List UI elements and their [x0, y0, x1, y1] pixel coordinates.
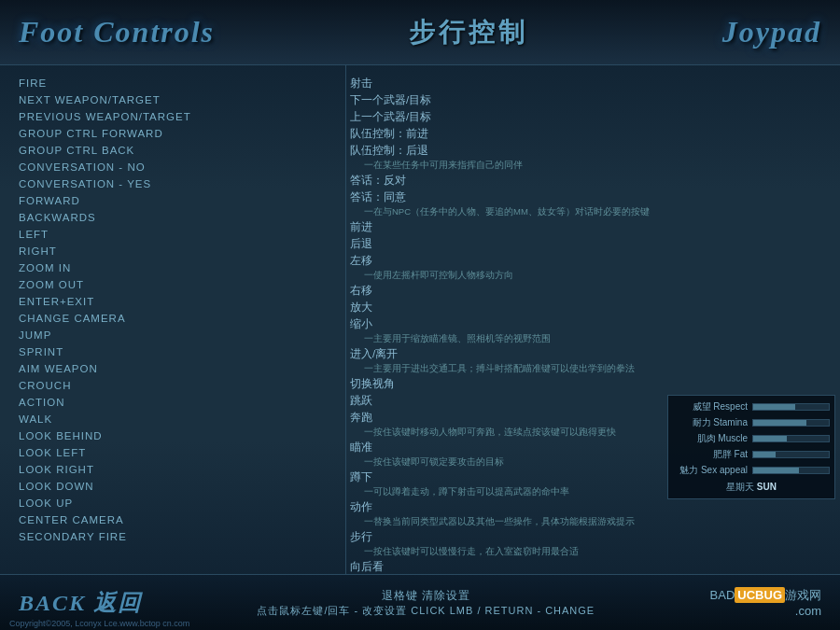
left-column: FIRENEXT WEAPON/TARGETPREVIOUS WEAPON/TA… — [0, 65, 345, 574]
control-zh-wrapper-7: 前进 — [350, 218, 835, 235]
stat-bar-bg-4 — [752, 467, 830, 474]
control-zh-wrapper-1: 下一个武器/目标 — [350, 91, 835, 108]
stat-label-0: 威望 Respect — [673, 400, 752, 413]
control-zh-wrapper-0: 射击 — [350, 75, 835, 91]
control-note-13: 一主要用于进出交通工具；搏斗时搭配瞄准键可以使出学到的拳法 — [350, 362, 835, 375]
mid-column: 射击下一个武器/目标上一个武器/目标队伍控制：前进队伍控制：后退一在某些任务中可… — [345, 65, 840, 574]
stat-bar-bg-1 — [752, 419, 830, 427]
stat-row-4: 魅力 Sex appeal — [673, 464, 830, 477]
control-zh-6: 答话：同意 — [350, 189, 835, 205]
footer-line2: 点击鼠标左键/回车 - 改变设置 CLICK LMB / RETURN - CH… — [161, 604, 692, 618]
control-zh-10: 右移 — [350, 282, 835, 299]
stat-bar-fill-4 — [753, 468, 799, 473]
control-en-27: SECONDARY FIRE — [19, 528, 336, 545]
control-note-19: 一替换当前同类型武器以及其他一些操作，具体功能根据游戏提示 — [350, 515, 835, 528]
stat-row-1: 耐力 Stamina — [673, 416, 830, 429]
control-zh-wrapper-5: 答话：反对 — [350, 172, 835, 189]
control-en-0: FIRE — [19, 75, 336, 91]
back-button[interactable]: BACK 返回 — [19, 588, 142, 618]
stat-bar-fill-3 — [753, 452, 776, 457]
control-en-6: CONVERSATION - YES — [19, 175, 336, 192]
control-zh-8: 后退 — [350, 235, 835, 252]
control-zh-wrapper-10: 右移 — [350, 282, 835, 299]
control-en-3: GROUP CTRL FORWARD — [19, 125, 336, 142]
control-zh-wrapper-13: 进入/离开一主要用于进出交通工具；搏斗时搭配瞄准键可以使出学到的拳法 — [350, 345, 835, 375]
control-en-5: CONVERSATION - NO — [19, 159, 336, 175]
stat-bar-bg-3 — [752, 451, 830, 458]
stat-label-3: 肥胖 Fat — [673, 448, 752, 461]
control-zh-2: 上一个武器/目标 — [350, 108, 835, 125]
control-zh-5: 答话：反对 — [350, 172, 835, 189]
stat-label-2: 肌肉 Muscle — [673, 432, 752, 445]
control-zh-12: 缩小 — [350, 315, 835, 332]
footer-line1: 退格键 清除设置 — [161, 588, 692, 604]
header-center-title: 步行控制 — [409, 15, 528, 50]
control-note-6: 一在与NPC（任务中的人物、要追的MM、妓女等）对话时必要的按键 — [350, 205, 835, 218]
stat-day: 星期天 SUN — [673, 481, 830, 494]
control-en-19: ACTION — [19, 394, 336, 411]
control-zh-wrapper-14: 切换视角 — [350, 375, 835, 392]
control-zh-wrapper-20: 步行一按住该键时可以慢慢行走，在入室盗窃时用最合适 — [350, 528, 835, 558]
control-en-12: ZOOM OUT — [19, 276, 336, 293]
control-en-22: LOOK LEFT — [19, 444, 336, 461]
footer-instructions: 退格键 清除设置 点击鼠标左键/回车 - 改变设置 CLICK LMB / RE… — [142, 588, 710, 618]
header: Foot Controls 步行控制 Joypad — [0, 0, 840, 65]
control-zh-wrapper-19: 动作一替换当前同类型武器以及其他一些操作，具体功能根据游戏提示 — [350, 498, 835, 528]
control-zh-21: 向后看 — [350, 558, 835, 574]
control-zh-19: 动作 — [350, 498, 835, 515]
copyright: Copyright©2005, Lconyx Lce.www.bctop cn.… — [9, 619, 189, 628]
control-zh-wrapper-8: 后退 — [350, 235, 835, 252]
control-en-16: SPRINT — [19, 343, 336, 360]
main-content: FIRENEXT WEAPON/TARGETPREVIOUS WEAPON/TA… — [0, 65, 840, 574]
control-en-9: LEFT — [19, 226, 336, 243]
control-note-9: 一使用左摇杆即可控制人物移动方向 — [350, 269, 835, 282]
control-en-14: CHANGE CAMERA — [19, 310, 336, 327]
stat-bar-bg-2 — [752, 435, 830, 442]
control-zh-20: 步行 — [350, 528, 835, 545]
control-zh-wrapper-2: 上一个武器/目标 — [350, 108, 835, 125]
stat-bar-bg-0 — [752, 403, 830, 411]
ucbug-logo: UCBUG — [735, 587, 785, 603]
stat-bar-fill-0 — [753, 404, 795, 410]
control-en-2: PREVIOUS WEAPON/TARGET — [19, 108, 336, 125]
control-zh-wrapper-3: 队伍控制：前进 — [350, 125, 835, 142]
stat-day-value: SUN — [757, 482, 777, 492]
control-en-11: ZOOM IN — [19, 259, 336, 276]
control-zh-wrapper-12: 缩小一主要用于缩放瞄准镜、照相机等的视野范围 — [350, 315, 835, 345]
control-zh-wrapper-11: 放大 — [350, 299, 835, 315]
control-zh-7: 前进 — [350, 218, 835, 235]
control-zh-1: 下一个武器/目标 — [350, 91, 835, 108]
control-en-17: AIM WEAPON — [19, 360, 336, 377]
control-zh-14: 切换视角 — [350, 375, 835, 392]
control-en-21: LOOK BEHIND — [19, 427, 336, 444]
control-zh-wrapper-9: 左移一使用左摇杆即可控制人物移动方向 — [350, 252, 835, 282]
control-en-24: LOOK DOWN — [19, 478, 336, 495]
stat-label-1: 耐力 Stamina — [673, 416, 752, 429]
footer-right: BADUCBUG游戏网 .com — [710, 587, 821, 618]
control-note-20: 一按住该键时可以慢慢行走，在入室盗窃时用最合适 — [350, 545, 835, 558]
footer-right-line2: .com — [795, 604, 821, 618]
control-en-23: LOOK RIGHT — [19, 461, 336, 478]
footer-right-text: BAD — [710, 588, 735, 602]
control-zh-13: 进入/离开 — [350, 345, 835, 362]
control-zh-9: 左移 — [350, 252, 835, 269]
control-zh-0: 射击 — [350, 75, 835, 91]
control-zh-wrapper-21: 向后看 — [350, 558, 835, 574]
control-en-20: WALK — [19, 411, 336, 427]
stat-label-4: 魅力 Sex appeal — [673, 464, 752, 477]
control-en-13: ENTER+EXIT — [19, 293, 336, 310]
footer-right-suffix: 游戏网 — [785, 588, 821, 602]
control-note-4: 一在某些任务中可用来指挥自己的同伴 — [350, 159, 835, 172]
stat-row-0: 威望 Respect — [673, 400, 830, 413]
control-en-10: RIGHT — [19, 243, 336, 259]
control-zh-11: 放大 — [350, 299, 835, 315]
control-en-8: BACKWARDS — [19, 209, 336, 226]
control-zh-4: 队伍控制：后退 — [350, 142, 835, 159]
control-zh-wrapper-4: 队伍控制：后退一在某些任务中可用来指挥自己的同伴 — [350, 142, 835, 172]
stat-bar-fill-1 — [753, 420, 806, 426]
control-en-7: FORWARD — [19, 192, 336, 209]
control-zh-wrapper-6: 答话：同意一在与NPC（任务中的人物、要追的MM、妓女等）对话时必要的按键 — [350, 189, 835, 218]
control-en-18: CROUCH — [19, 377, 336, 394]
control-en-25: LOOK UP — [19, 495, 336, 511]
header-left-title: Foot Controls — [19, 15, 215, 49]
